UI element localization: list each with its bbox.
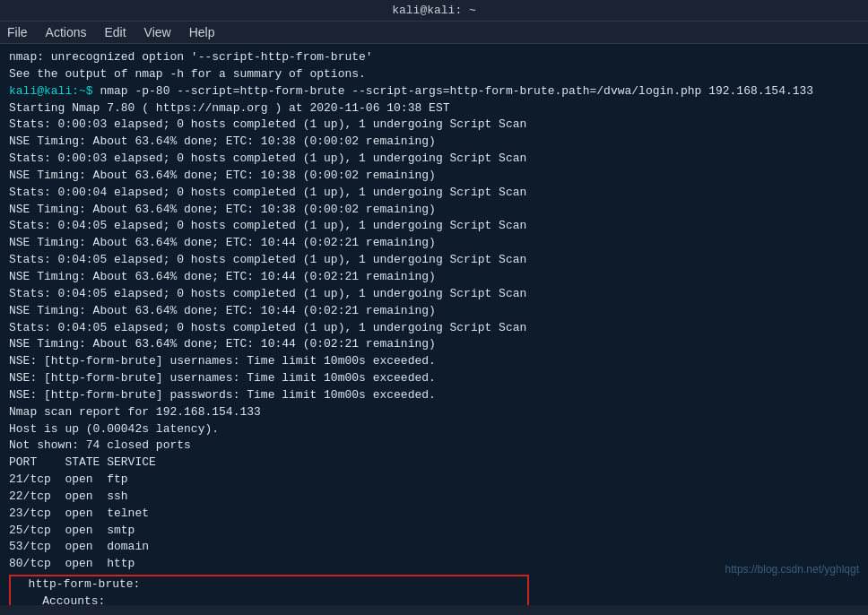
terminal: nmap: unrecognized option '--script-http…: [0, 44, 868, 605]
terminal-line: PORT STATE SERVICE: [9, 455, 859, 472]
terminal-line: Stats: 0:04:05 elapsed; 0 hosts complete…: [9, 320, 859, 337]
terminal-line: NSE: [http-form-brute] passwords: Time l…: [9, 387, 859, 404]
terminal-line: NSE: [http-form-brute] usernames: Time l…: [9, 370, 859, 387]
menu-bar: File Actions Edit View Help: [0, 22, 868, 44]
terminal-line: 23/tcp open telnet: [9, 506, 859, 523]
terminal-line: See the output of nmap -h for a summary …: [9, 66, 859, 83]
terminal-line: NSE Timing: About 63.64% done; ETC: 10:4…: [9, 269, 859, 286]
menu-help[interactable]: Help: [189, 25, 215, 39]
terminal-line: NSE Timing: About 63.64% done; ETC: 10:4…: [9, 303, 859, 320]
menu-edit[interactable]: Edit: [104, 25, 126, 39]
terminal-line: 25/tcp open smtp: [9, 523, 859, 540]
terminal-line: NSE Timing: About 63.64% done; ETC: 10:3…: [9, 134, 859, 151]
menu-file[interactable]: File: [7, 25, 28, 39]
terminal-line: kali@kali:~$ nmap -p-80 --script=http-fo…: [9, 83, 859, 100]
title-text: kali@kali: ~: [392, 4, 476, 17]
terminal-line: 21/tcp open ftp: [9, 472, 859, 489]
terminal-line: Stats: 0:00:03 elapsed; 0 hosts complete…: [9, 151, 859, 168]
terminal-line: NSE Timing: About 63.64% done; ETC: 10:3…: [9, 168, 859, 185]
result-line: http-form-brute:: [14, 576, 524, 593]
terminal-line: NSE Timing: About 63.64% done; ETC: 10:4…: [9, 336, 859, 353]
terminal-line: Stats: 0:04:05 elapsed; 0 hosts complete…: [9, 252, 859, 269]
terminal-line: Stats: 0:04:05 elapsed; 0 hosts complete…: [9, 218, 859, 235]
terminal-line: Not shown: 74 closed ports: [9, 437, 859, 455]
terminal-line: Stats: 0:04:05 elapsed; 0 hosts complete…: [9, 286, 859, 303]
terminal-line: nmap: unrecognized option '--script-http…: [9, 49, 859, 66]
terminal-line: Host is up (0.00042s latency).: [9, 421, 859, 438]
result-box: http-form-brute: Accounts: admin:passwor…: [9, 575, 529, 605]
terminal-line: NSE: [http-form-brute] usernames: Time l…: [9, 353, 859, 370]
watermark: https://blog.csdn.net/yghlqgt: [725, 561, 859, 578]
menu-actions[interactable]: Actions: [46, 25, 87, 39]
terminal-line: Stats: 0:00:04 elapsed; 0 hosts complete…: [9, 185, 859, 202]
terminal-line: 53/tcp open domain: [9, 539, 859, 556]
terminal-line: NSE Timing: About 63.64% done; ETC: 10:3…: [9, 202, 859, 219]
terminal-line: Nmap scan report for 192.168.154.133: [9, 404, 859, 421]
terminal-line: NSE Timing: About 63.64% done; ETC: 10:4…: [9, 235, 859, 252]
terminal-line: 22/tcp open ssh: [9, 489, 859, 506]
terminal-line: Starting Nmap 7.80 ( https://nmap.org ) …: [9, 100, 859, 117]
result-line: Accounts:: [14, 593, 524, 605]
terminal-line: Stats: 0:00:03 elapsed; 0 hosts complete…: [9, 117, 859, 134]
menu-view[interactable]: View: [144, 25, 171, 39]
title-bar: kali@kali: ~: [0, 0, 868, 22]
